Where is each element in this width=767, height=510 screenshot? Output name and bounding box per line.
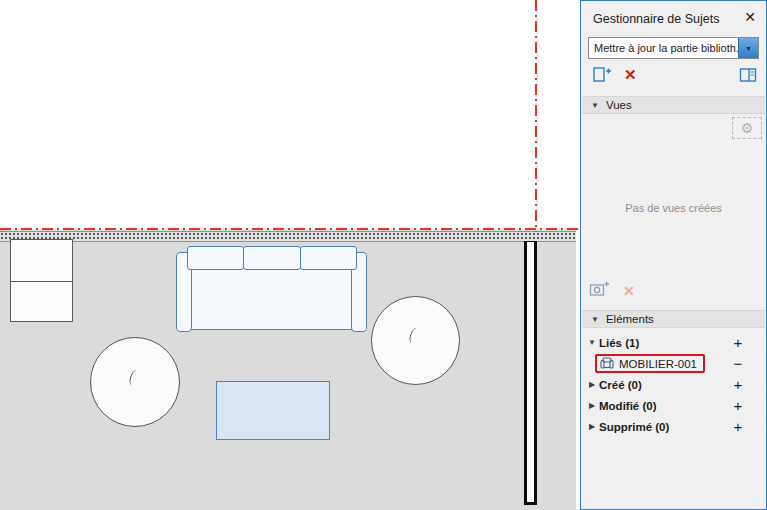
wall-column[interactable] bbox=[524, 241, 537, 505]
tree-row-label: MOBILIER-001 bbox=[619, 358, 697, 370]
chevron-right-icon[interactable]: ▶ bbox=[585, 422, 599, 431]
add-button[interactable]: + bbox=[731, 334, 745, 351]
archicad-window: Gestionnaire de Sujets ✕ Mettre à jour l… bbox=[0, 0, 767, 510]
wall-hatch-band[interactable] bbox=[0, 231, 576, 242]
chevron-down-icon[interactable]: ▼ bbox=[738, 38, 758, 58]
horizontal-centerline[interactable] bbox=[0, 228, 578, 230]
tree-row-label: Modifié (0) bbox=[599, 400, 657, 412]
tree-row-modifie[interactable]: ▶ Modifié (0) + bbox=[582, 395, 765, 416]
tree-row-cree[interactable]: ▶ Créé (0) + bbox=[582, 374, 765, 395]
add-button[interactable]: + bbox=[731, 397, 745, 414]
delete-topic-icon[interactable]: ✕ bbox=[624, 66, 637, 84]
tree-row-lies[interactable]: ▼ Liés (1) + bbox=[582, 332, 765, 353]
vertical-centerline[interactable] bbox=[535, 0, 537, 232]
chevron-right-icon[interactable]: ▶ bbox=[585, 401, 599, 410]
section-vues-label: Vues bbox=[606, 99, 632, 111]
tree-row-mobilier[interactable]: MOBILIER-001 − bbox=[582, 353, 765, 374]
section-elements[interactable]: ▼ Eléments bbox=[582, 310, 765, 328]
view-actions: ✕ bbox=[589, 280, 635, 301]
update-mode-dropdown[interactable]: Mettre à jour la partie biblioth... ▼ bbox=[588, 37, 759, 59]
sofa-cushion bbox=[300, 246, 357, 270]
dropdown-value: Mettre à jour la partie biblioth... bbox=[589, 38, 738, 58]
chair-arc-mark bbox=[127, 369, 141, 387]
chevron-down-icon[interactable]: ▼ bbox=[585, 338, 599, 347]
remove-view-icon[interactable]: ✕ bbox=[623, 283, 635, 299]
sofa-cushion bbox=[243, 246, 300, 270]
close-icon[interactable]: ✕ bbox=[744, 9, 756, 25]
add-button[interactable]: + bbox=[731, 376, 745, 393]
coffee-table[interactable] bbox=[216, 381, 330, 440]
tree-row-label: Liés (1) bbox=[599, 337, 639, 349]
sofa-cushions bbox=[187, 246, 356, 270]
tree-row-label: Créé (0) bbox=[599, 379, 642, 391]
tree-row-label: Supprimé (0) bbox=[599, 421, 669, 433]
new-topic-icon[interactable] bbox=[592, 66, 612, 88]
topic-toolbar: ✕ bbox=[588, 63, 759, 91]
panel-title: Gestionnaire de Sujets bbox=[593, 12, 719, 26]
add-button[interactable]: + bbox=[731, 418, 745, 435]
furniture-icon bbox=[600, 355, 614, 373]
cabinet-divider bbox=[11, 281, 72, 282]
chevron-down-icon: ▼ bbox=[591, 315, 599, 324]
selection-highlight: MOBILIER-001 bbox=[595, 354, 705, 373]
gear-icon[interactable]: ⚙ bbox=[732, 117, 762, 139]
vues-empty-text: Pas de vues créées bbox=[581, 202, 766, 214]
organizer-icon[interactable] bbox=[739, 67, 757, 87]
section-vues[interactable]: ▼ Vues bbox=[582, 96, 765, 114]
topic-manager-panel: Gestionnaire de Sujets ✕ Mettre à jour l… bbox=[580, 0, 767, 510]
chevron-right-icon[interactable]: ▶ bbox=[585, 380, 599, 389]
round-chair-left[interactable] bbox=[90, 337, 180, 427]
cabinet[interactable] bbox=[10, 239, 73, 322]
round-chair-right[interactable] bbox=[371, 296, 460, 385]
sofa-seat bbox=[189, 266, 354, 330]
add-view-icon[interactable] bbox=[589, 280, 610, 301]
tree-row-supprime[interactable]: ▶ Supprimé (0) + bbox=[582, 416, 765, 437]
chair-arc-mark bbox=[408, 327, 422, 345]
drawing-canvas[interactable] bbox=[0, 0, 580, 510]
chevron-down-icon: ▼ bbox=[591, 101, 599, 110]
sofa[interactable] bbox=[176, 246, 367, 332]
remove-button[interactable]: − bbox=[731, 355, 745, 372]
section-elements-label: Eléments bbox=[606, 313, 654, 325]
elements-tree: ▼ Liés (1) + MOBILIER-001 bbox=[582, 332, 765, 437]
sofa-cushion bbox=[187, 246, 244, 270]
